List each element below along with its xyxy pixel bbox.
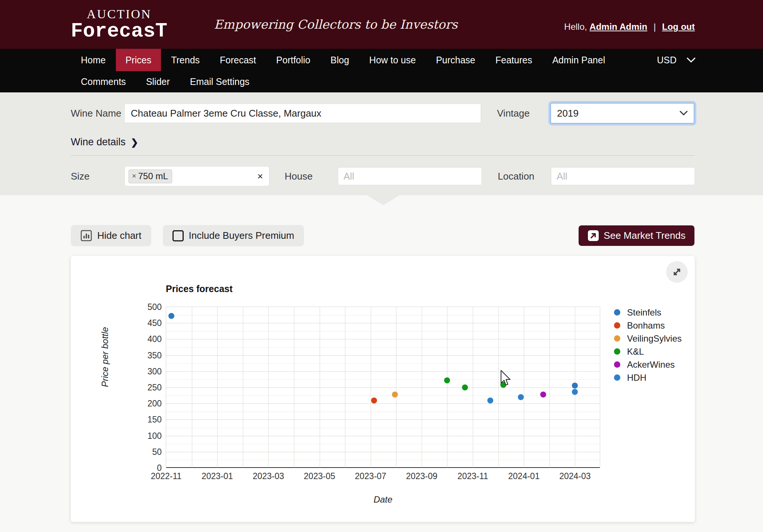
expand-icon: [671, 266, 683, 278]
nav-item-slider[interactable]: Slider: [136, 71, 180, 92]
user-greeting: Hello, Admin Admin | Log out: [564, 22, 695, 32]
nav-item-features[interactable]: Features: [485, 49, 542, 71]
y-tick-label: 450: [148, 318, 162, 328]
data-point-steinfels[interactable]: [168, 313, 174, 319]
vintage-label: Vintage: [497, 108, 550, 119]
wine-details-label: Wine details: [71, 136, 126, 148]
x-tick-label: 2023-09: [406, 471, 437, 481]
hide-chart-label: Hide chart: [97, 230, 142, 241]
nav-item-purchase[interactable]: Purchase: [426, 49, 485, 71]
filter-row-1: Wine Name Vintage 2019: [71, 103, 695, 124]
data-point-k-l[interactable]: [500, 382, 506, 388]
nav-item-admin-panel[interactable]: Admin Panel: [542, 49, 615, 71]
chart-card: Prices forecast Price per bottle Date 05…: [71, 256, 695, 522]
nav-item-email-settings[interactable]: Email Settings: [180, 71, 260, 92]
x-tick-label: 2023-11: [458, 471, 488, 481]
expand-chart-button[interactable]: [666, 261, 688, 283]
app-logo[interactable]: AUCTION ForecasT: [71, 8, 167, 41]
data-point-bonhams[interactable]: [371, 398, 377, 403]
size-tag-label: 750 mL: [138, 171, 168, 181]
legend-item-ackerwines[interactable]: AckerWines: [614, 358, 682, 371]
legend-dot-icon: [614, 348, 620, 355]
legend-item-bonhams[interactable]: Bonhams: [614, 319, 682, 332]
chart-legend: SteinfelsBonhamsVeilingSylviesK&LAckerWi…: [614, 306, 682, 384]
gridline-horizontal: [166, 331, 600, 332]
currency-dropdown[interactable]: USD: [657, 55, 696, 66]
data-point-k-l[interactable]: [462, 384, 468, 390]
tag-remove-icon[interactable]: ×: [132, 172, 136, 180]
legend-item-hdh[interactable]: HDH: [614, 371, 682, 384]
nav-item-blog[interactable]: Blog: [320, 49, 359, 71]
logout-link[interactable]: Log out: [662, 22, 695, 32]
vintage-select[interactable]: 2019: [550, 103, 694, 124]
legend-item-steinfels[interactable]: Steinfels: [614, 306, 682, 319]
nav-item-comments[interactable]: Comments: [81, 71, 136, 92]
x-tick-label: 2023-05: [304, 471, 335, 481]
legend-item-veilingsylvies[interactable]: VeilingSylvies: [614, 332, 682, 345]
wine-details-toggle[interactable]: Wine details ❯: [71, 136, 138, 148]
greeting-prefix: Hello,: [564, 22, 587, 32]
nav-item-how-to-use[interactable]: How to use: [359, 49, 426, 71]
nav-items-primary: HomePricesTrendsForecastPortfolioBlogHow…: [81, 49, 615, 71]
data-point-veilingsylvies[interactable]: [392, 392, 398, 398]
currency-value: USD: [657, 55, 677, 66]
legend-dot-icon: [614, 335, 620, 342]
data-point-hdh[interactable]: [487, 398, 493, 403]
data-point-steinfels[interactable]: [572, 383, 578, 389]
vintage-value: 2019: [557, 108, 579, 119]
nav-item-portfolio[interactable]: Portfolio: [266, 49, 320, 71]
chart-title: Prices forecast: [166, 284, 232, 294]
y-tick-label: 400: [148, 334, 162, 344]
see-market-trends-label: See Market Trends: [604, 230, 686, 241]
y-tick-label: 250: [148, 383, 162, 393]
x-tick-label: 2024-03: [559, 471, 591, 481]
legend-dot-icon: [614, 322, 620, 329]
x-tick-label: 2023-01: [202, 471, 233, 481]
gridline-horizontal: [166, 315, 600, 316]
gridline-horizontal: [166, 428, 600, 428]
checkbox-unchecked-icon[interactable]: [172, 230, 184, 241]
gridline-horizontal: [166, 339, 600, 339]
filter-row-2: Size × 750 mL × House Location: [71, 166, 695, 186]
data-point-hdh[interactable]: [572, 389, 578, 395]
data-point-ackerwines[interactable]: [540, 392, 546, 398]
gridline-horizontal: [166, 403, 600, 404]
plot-area: 0501001502002503003504004505002022-11202…: [166, 307, 600, 468]
chart-toolbar: Hide chart Include Buyers Premium See Ma…: [71, 225, 694, 246]
gridline-horizontal: [166, 436, 600, 436]
legend-label: Bonhams: [627, 320, 665, 331]
y-axis-title: Price per bottle: [100, 327, 110, 387]
hide-chart-button[interactable]: Hide chart: [71, 225, 151, 246]
y-tick-label: 100: [148, 431, 162, 441]
location-input[interactable]: [551, 167, 695, 185]
y-tick-label: 50: [152, 447, 162, 457]
user-name-link[interactable]: Admin Admin: [589, 22, 647, 32]
nav-item-prices[interactable]: Prices: [116, 49, 161, 71]
gridline-horizontal: [166, 323, 600, 323]
tagline: Empowering Collectors to be Investors: [214, 17, 458, 32]
gridline-horizontal: [166, 379, 600, 380]
x-axis-line: [166, 467, 600, 468]
clear-field-icon[interactable]: ×: [257, 171, 263, 182]
data-point-k-l[interactable]: [444, 377, 450, 383]
gridline-horizontal: [166, 387, 600, 388]
legend-dot-icon: [614, 374, 620, 381]
buyers-premium-label: Include Buyers Premium: [189, 230, 294, 241]
greeting-divider: |: [653, 22, 656, 32]
buyers-premium-toggle[interactable]: Include Buyers Premium: [163, 225, 304, 246]
y-tick-label: 300: [148, 366, 162, 376]
see-market-trends-button[interactable]: See Market Trends: [579, 225, 694, 246]
app-header: AUCTION ForecasT Empowering Collectors t…: [0, 0, 763, 49]
wine-name-input[interactable]: [124, 104, 481, 123]
nav-right: USD: [657, 49, 696, 71]
nav-item-trends[interactable]: Trends: [161, 49, 210, 71]
legend-label: AckerWines: [627, 360, 675, 370]
filter-divider: [71, 155, 695, 156]
size-multiselect[interactable]: × 750 mL ×: [124, 166, 269, 186]
data-point-hdh[interactable]: [518, 394, 524, 400]
legend-item-k-l[interactable]: K&L: [614, 345, 682, 358]
nav-item-home[interactable]: Home: [81, 49, 116, 71]
x-tick-label: 2023-07: [355, 471, 386, 481]
house-input[interactable]: [338, 167, 482, 185]
nav-item-forecast[interactable]: Forecast: [210, 49, 266, 71]
